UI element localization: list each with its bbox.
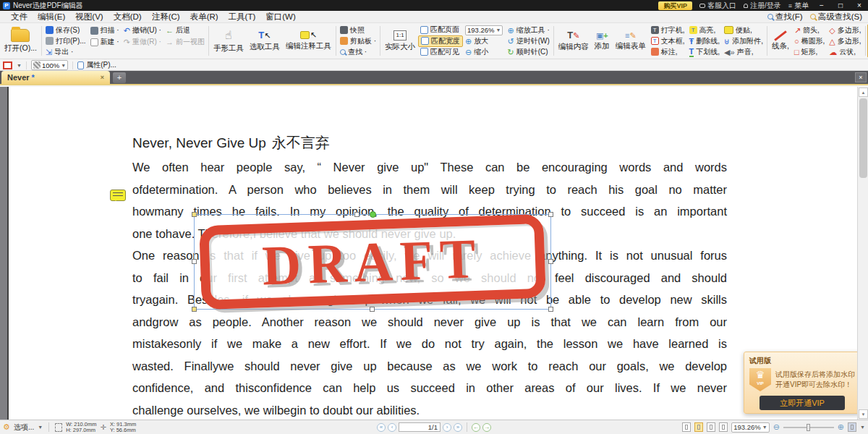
menu-file[interactable]: 文件 — [6, 12, 33, 22]
rectangle-button[interactable]: □矩形, — [792, 46, 827, 57]
cloud-button[interactable]: ☁云状, — [827, 46, 863, 57]
resize-handle-se[interactable] — [548, 307, 553, 312]
rotate-handle[interactable] — [370, 211, 376, 218]
page-number-input[interactable]: 1/1 — [399, 422, 441, 432]
resize-handle-sw[interactable] — [192, 307, 197, 312]
zoom-tool-button[interactable]: ⊕缩放工具 · — [505, 25, 551, 35]
underline-button[interactable]: T下划线, — [687, 46, 723, 57]
zoom-out-slider-icon[interactable]: ⊖ — [773, 422, 780, 432]
polygon-button[interactable]: ◇多边形, — [827, 25, 863, 35]
menu-view[interactable]: 视图(V) — [70, 12, 108, 22]
rotate-cw-button[interactable]: ↻顺时针(C) — [505, 46, 551, 57]
rotate-ccw-button[interactable]: ↺逆时针(W) — [505, 35, 551, 46]
single-page-view-button[interactable] — [682, 422, 691, 432]
border-color-dropdown-icon[interactable]: ▼ — [17, 63, 22, 68]
redo-button[interactable]: ↷重做(R) · — [122, 36, 163, 48]
scan-button[interactable]: 扫描 · — [88, 25, 122, 36]
menu-form[interactable]: 表单(R) — [185, 12, 224, 22]
previous-view-button[interactable]: →前一视图 — [163, 36, 207, 48]
app-menu-button[interactable]: ≡菜单 — [788, 1, 809, 11]
status-zoom-combo[interactable]: 193.26%▼ — [731, 422, 769, 433]
close-document-button[interactable]: × — [855, 72, 867, 82]
resize-handle-e[interactable] — [548, 259, 553, 264]
new-tab-button[interactable]: + — [113, 72, 126, 83]
typewriter-button[interactable]: T打字机, — [649, 25, 687, 35]
menu-tools[interactable]: 工具(T) — [224, 12, 261, 22]
menu-edit[interactable]: 编辑(E) — [33, 12, 70, 22]
sticky-note-annotation[interactable] — [110, 190, 126, 201]
resize-handle-w[interactable] — [192, 259, 197, 264]
continuous-view-button[interactable] — [694, 422, 703, 432]
snapshot-button[interactable]: 快照 — [338, 25, 378, 35]
buy-vip-button[interactable]: 购买VIP — [658, 1, 692, 10]
hand-tool-button[interactable]: ☝ 手形工具 — [210, 24, 247, 58]
zoom-in-slider-icon[interactable]: ⊕ — [838, 422, 844, 432]
zoom-out-button[interactable]: ⊖缩小 — [463, 46, 505, 57]
sticky-note-button[interactable]: 便贴, — [722, 25, 765, 35]
zoom-in-button[interactable]: ⊕放大 — [463, 35, 505, 46]
options-dropdown-icon[interactable]: ▼ — [38, 425, 43, 430]
resize-handle-ne[interactable] — [548, 212, 553, 217]
edit-form-button[interactable]: ≡✎ 编辑表单 — [613, 24, 649, 58]
menu-comment[interactable]: 注释(C) — [147, 12, 185, 22]
strikeout-button[interactable]: Ŧ删除线, — [687, 35, 723, 46]
edit-annotation-tool-button[interactable]: ↖ 编辑注释工具 — [283, 24, 334, 58]
opacity-combo[interactable]: 100%▼ — [31, 60, 68, 70]
minimize-button[interactable]: − — [816, 1, 827, 9]
border-color-swatch[interactable] — [3, 61, 12, 69]
open-vip-button[interactable]: 立即开通VIP — [760, 396, 845, 410]
textbox-button[interactable]: T文本框, — [649, 35, 687, 46]
draft-stamp[interactable]: DRAFT — [199, 214, 546, 310]
advanced-find-button[interactable]: 高级查找(S) — [810, 12, 862, 22]
tab-close-icon[interactable]: × — [101, 74, 104, 81]
attachment-button[interactable]: ⊎添加附件, — [722, 35, 765, 46]
callout-button[interactable]: 标注, — [649, 46, 687, 57]
menu-document[interactable]: 文档(D) — [109, 12, 147, 22]
scroll-up-icon[interactable]: ▲ — [859, 88, 868, 97]
save-button[interactable]: 保存(S) — [43, 25, 88, 35]
stamp-annotation-selection[interactable]: DRAFT — [194, 214, 551, 310]
first-page-button[interactable]: « — [377, 423, 386, 432]
previous-view-nav-button[interactable]: ← — [472, 423, 480, 432]
back-button[interactable]: ←后退 — [163, 25, 207, 36]
edit-content-button[interactable]: T✎ 编辑内容 — [556, 24, 592, 58]
print-button[interactable]: 打印(P)... — [43, 35, 88, 46]
maximize-button[interactable]: □ — [835, 1, 846, 9]
find-button[interactable]: 查找(F) — [767, 12, 803, 22]
zoom-level-combo[interactable]: 193.26%▼ — [463, 25, 505, 35]
fit-visible-button[interactable]: 匹配可见 — [418, 47, 463, 58]
sound-button[interactable]: ◀»声音, — [722, 46, 765, 57]
scrollbar-thumb[interactable] — [859, 98, 867, 178]
new-button[interactable]: 新建 · — [88, 36, 122, 48]
fit-view-dropdown-icon[interactable]: ▼ — [860, 425, 865, 430]
properties-button[interactable]: 属性(P)... — [77, 60, 116, 70]
open-button[interactable]: 打开(O)... — [1, 24, 40, 58]
export-button[interactable]: ⇲导出 · — [43, 46, 88, 57]
login-button[interactable]: 注册/登录 — [744, 1, 781, 11]
select-tool-button[interactable]: T↖ 选取工具 — [247, 24, 283, 58]
actual-size-button[interactable]: 1:1 实际大小 — [382, 24, 418, 58]
next-view-nav-button[interactable]: → — [482, 423, 491, 432]
fit-view-button[interactable] — [848, 422, 856, 432]
fit-width-button[interactable]: 匹配宽度 — [418, 35, 463, 47]
next-page-button[interactable]: › — [443, 423, 451, 432]
vertical-scrollbar[interactable]: ▲ ▼ — [857, 87, 868, 420]
two-page-continuous-view-button[interactable] — [719, 422, 728, 432]
resize-handle-s[interactable] — [370, 307, 375, 312]
polygon2-button[interactable]: △多边形, — [827, 35, 863, 46]
resize-handle-nw[interactable] — [192, 212, 197, 217]
scroll-down-icon[interactable]: ▼ — [859, 409, 868, 419]
zoom-slider-thumb[interactable] — [807, 424, 810, 431]
options-button[interactable]: 选项... — [14, 422, 34, 433]
add-button[interactable]: ▣+ 添加 — [592, 24, 613, 58]
line-tool-button[interactable]: 线条, — [769, 24, 792, 58]
previous-page-button[interactable]: ‹ — [388, 423, 396, 432]
undo-button[interactable]: ↶撤销(U) · — [122, 25, 163, 36]
highlight-button[interactable]: T高亮, — [687, 25, 723, 35]
arrow-button[interactable]: ↗箭头, — [792, 25, 827, 35]
menu-window[interactable]: 窗口(W) — [260, 12, 301, 22]
clipboard-button[interactable]: 剪贴板 · — [338, 35, 378, 46]
support-button[interactable]: 客服入口 — [699, 1, 736, 11]
zoom-slider[interactable] — [783, 427, 834, 428]
fit-page-button[interactable]: 匹配页面 — [418, 25, 463, 35]
